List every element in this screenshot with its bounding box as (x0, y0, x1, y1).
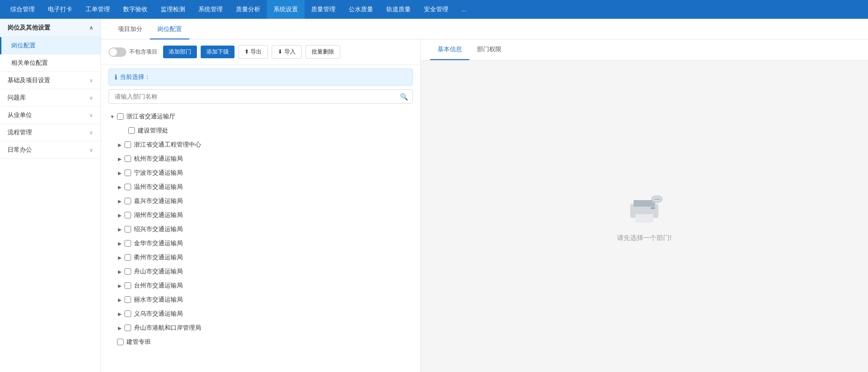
toggle-wrap: 不包含项目 (109, 47, 157, 57)
sidebar-chevron-4: ∨ (89, 147, 93, 153)
tree-arrow-0[interactable]: ▼ (109, 113, 116, 120)
tree-label-6: 嘉兴市交通运输局 (134, 197, 183, 205)
add-dept-button[interactable]: 添加部门 (163, 46, 197, 58)
nav-item-监理检测[interactable]: 监理检测 (154, 0, 192, 19)
tree-checkbox-14[interactable] (125, 310, 131, 317)
tree-checkbox-15[interactable] (125, 325, 131, 331)
tree-node-15[interactable]: ▶ 舟山市港航和口岸管理局 (101, 321, 420, 335)
tree-checkbox-11[interactable] (125, 268, 131, 275)
tree-checkbox-10[interactable] (125, 254, 131, 261)
tree-node-12[interactable]: ▶ 台州市交通运输局 (101, 279, 420, 293)
sidebar-section-从业单位[interactable]: 从业单位 ∨ (0, 107, 101, 124)
tree-node-14[interactable]: ▶ 义乌市交通运输局 (101, 307, 420, 321)
tree-checkbox-3[interactable] (125, 155, 131, 162)
tree-arrow-3[interactable]: ▶ (116, 155, 124, 163)
sidebar-section-问题库[interactable]: 问题库 ∨ (0, 89, 101, 107)
tree-node-13[interactable]: ▶ 丽水市交通运输局 (101, 293, 420, 307)
tree-arrow-10[interactable]: ▶ (116, 254, 124, 261)
sidebar-item-岗位配置[interactable]: 岗位配置 (0, 37, 101, 54)
nav-item-公水质量[interactable]: 公水质量 (342, 0, 380, 19)
tree-checkbox-0[interactable] (117, 113, 124, 120)
tree-arrow-2[interactable]: ▶ (116, 141, 124, 148)
tab-项目加分[interactable]: 项目加分 (110, 19, 150, 39)
tree-checkbox-7[interactable] (125, 212, 131, 218)
export-button[interactable]: ⬆ 导出 (238, 45, 268, 59)
nav-item-电子打卡[interactable]: 电子打卡 (41, 0, 79, 19)
tree-arrow-12[interactable]: ▶ (116, 282, 124, 289)
tree-node-0[interactable]: ▼ 浙江省交通运输厅 (101, 109, 420, 124)
nav-item-工单管理[interactable]: 工单管理 (79, 0, 117, 19)
tree-checkbox-12[interactable] (125, 282, 131, 289)
nav-item-轨道质量[interactable]: 轨道质量 (380, 0, 417, 19)
tree-label-7: 湖州市交通运输局 (134, 211, 183, 219)
add-sub-button[interactable]: 添加下级 (201, 46, 235, 58)
toggle-include-project[interactable] (109, 47, 126, 57)
tree-checkbox-5[interactable] (125, 184, 131, 190)
tree-node-16[interactable]: ▶ 建管专班 (101, 335, 420, 349)
tree-arrow-4[interactable]: ▶ (116, 169, 124, 177)
tree-arrow-7[interactable]: ▶ (116, 211, 124, 219)
nav-item-质量管理[interactable]: 质量管理 (305, 0, 342, 19)
top-nav: 综合管理 电子打卡 工单管理 数字验收 监理检测 系统管理 质量分析 系统设置 … (0, 0, 868, 19)
tree-node-11[interactable]: ▶ 舟山市交通运输局 (101, 264, 420, 279)
sidebar-section-日常办公[interactable]: 日常办公 ∨ (0, 141, 101, 159)
detail-tab-部门权限[interactable]: 部门权限 (469, 39, 509, 60)
sidebar-group-chevron: ∧ (89, 25, 93, 31)
tree-label-8: 绍兴市交通运输局 (134, 225, 183, 233)
tree-checkbox-6[interactable] (125, 198, 131, 204)
sidebar-section-基础及项目设置[interactable]: 基础及项目设置 ∨ (0, 72, 101, 89)
tab-岗位配置[interactable]: 岗位配置 (150, 19, 189, 39)
tree-arrow-5[interactable]: ▶ (116, 183, 124, 191)
nav-item-系统设置[interactable]: 系统设置 (267, 0, 305, 19)
tree-node-9[interactable]: ▶ 金华市交通运输局 (101, 236, 420, 250)
search-input[interactable] (109, 89, 413, 104)
import-button[interactable]: ⬇ 导入 (272, 45, 301, 59)
tree-node-1[interactable]: ▶ 建设管理处 (101, 124, 420, 138)
search-wrap: 🔍 (109, 89, 413, 104)
detail-tab-基本信息[interactable]: 基本信息 (430, 39, 469, 60)
tree-label-4: 宁波市交通运输局 (134, 169, 183, 177)
tree-arrow-6[interactable]: ▶ (116, 197, 124, 205)
tree-label-12: 台州市交通运输局 (134, 281, 183, 290)
svg-rect-1 (633, 200, 655, 207)
tree-checkbox-1[interactable] (128, 127, 135, 134)
tree-arrow-15[interactable]: ▶ (116, 324, 124, 332)
tree-checkbox-2[interactable] (125, 141, 131, 148)
tree-node-8[interactable]: ▶ 绍兴市交通运输局 (101, 222, 420, 236)
tree-checkbox-9[interactable] (125, 240, 131, 247)
tree-node-7[interactable]: ▶ 湖州市交通运输局 (101, 208, 420, 222)
nav-item-综合管理[interactable]: 综合管理 (4, 0, 41, 19)
inner-layout: 不包含项目 添加部门 添加下级 ⬆ 导出 ⬇ 导入 批量删除 ℹ 当前选择： 🔍 (101, 39, 868, 372)
sidebar-group-header[interactable]: 岗位及其他设置 ∧ (0, 19, 101, 37)
tree-checkbox-13[interactable] (125, 296, 131, 303)
tree-arrow-9[interactable]: ▶ (116, 240, 124, 247)
tree-node-4[interactable]: ▶ 宁波市交通运输局 (101, 166, 420, 180)
tree-node-6[interactable]: ▶ 嘉兴市交通运输局 (101, 194, 420, 208)
nav-item-more[interactable]: ... (455, 0, 473, 19)
tree-arrow-14[interactable]: ▶ (116, 310, 124, 318)
tree-node-3[interactable]: ▶ 杭州市交通运输局 (101, 152, 420, 166)
sidebar: 岗位及其他设置 ∧ 岗位配置 相关单位配置 基础及项目设置 ∨ 问题库 ∨ 从业… (0, 19, 101, 372)
tree-node-2[interactable]: ▶ 浙江省交通工程管理中心 (101, 138, 420, 152)
tree-label-15: 舟山市港航和口岸管理局 (134, 324, 201, 332)
search-icon: 🔍 (400, 93, 408, 101)
tree-arrow-8[interactable]: ▶ (116, 225, 124, 233)
nav-item-质量分析[interactable]: 质量分析 (229, 0, 267, 19)
tree-checkbox-8[interactable] (125, 226, 131, 232)
nav-item-安全管理[interactable]: 安全管理 (417, 0, 455, 19)
nav-item-系统管理[interactable]: 系统管理 (192, 0, 229, 19)
nav-item-数字验收[interactable]: 数字验收 (117, 0, 154, 19)
tree-label-2: 浙江省交通工程管理中心 (134, 140, 201, 149)
sidebar-chevron-2: ∨ (89, 112, 93, 118)
sidebar-item-相关单位配置[interactable]: 相关单位配置 (0, 54, 101, 72)
info-bar-text: 当前选择： (120, 73, 150, 81)
main-layout: 岗位及其他设置 ∧ 岗位配置 相关单位配置 基础及项目设置 ∨ 问题库 ∨ 从业… (0, 19, 868, 372)
tree-checkbox-4[interactable] (125, 170, 131, 176)
tree-checkbox-16[interactable] (117, 339, 124, 345)
tree-arrow-11[interactable]: ▶ (116, 268, 124, 275)
tree-node-5[interactable]: ▶ 温州市交通运输局 (101, 180, 420, 194)
batch-delete-button[interactable]: 批量删除 (305, 45, 340, 59)
tree-arrow-13[interactable]: ▶ (116, 296, 124, 303)
tree-node-10[interactable]: ▶ 衢州市交通运输局 (101, 250, 420, 264)
sidebar-section-流程管理[interactable]: 流程管理 ∨ (0, 124, 101, 141)
